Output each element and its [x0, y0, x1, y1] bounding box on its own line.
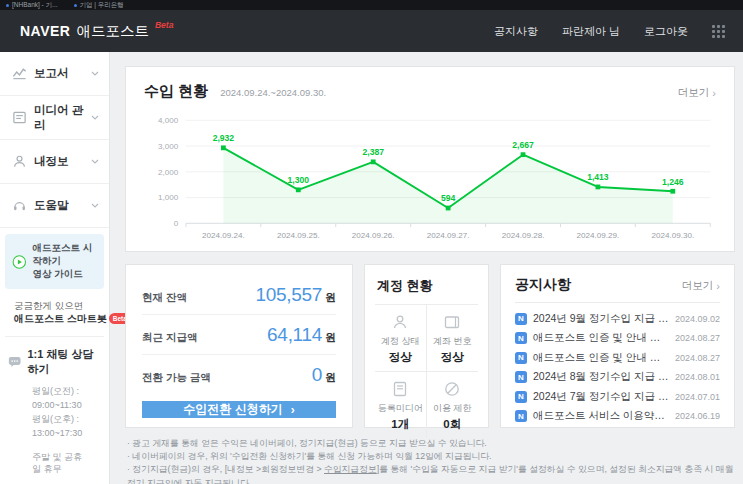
- svg-text:1,300: 1,300: [288, 175, 310, 185]
- summary-cards-row: 현재 잔액 105,557원 최근 지급액 64,114원 전환 가능 금액 0…: [125, 264, 735, 428]
- notice-n-badge-icon: N: [515, 332, 527, 344]
- notice-date: 2024.08.01: [675, 372, 720, 382]
- svg-text:4,000: 4,000: [158, 116, 179, 125]
- apps-grid-icon[interactable]: [712, 25, 725, 38]
- sidebar-item-media[interactable]: 미디어 관리: [0, 96, 109, 140]
- notice-date: 2024.08.27: [675, 353, 720, 363]
- notice-title: 애드포스트 인증 및 안내 문자 수신 정상화 …: [533, 331, 669, 345]
- balance-label: 현재 잔액: [142, 291, 187, 305]
- my-info-icon: [12, 154, 27, 169]
- notice-row[interactable]: N 2024년 9월 정기수입 지급 일정 안내 2024.09.02: [515, 309, 720, 329]
- adpost-logo[interactable]: NAVER 애드포스트 Beta: [20, 22, 173, 40]
- svg-text:2,387: 2,387: [362, 147, 384, 157]
- header-notice-link[interactable]: 공지사항: [494, 24, 538, 39]
- play-icon: [12, 252, 27, 272]
- person-icon: [391, 313, 409, 331]
- account-cell-value: 정상: [441, 350, 464, 365]
- chat-hours: 평일(오전) : 09:00~11:30 평일(오후) : 13:00~17:3…: [8, 377, 101, 441]
- account-status-card: 계정 현황 계정 상태 정상 계좌 번호 정상: [364, 264, 489, 428]
- logout-link[interactable]: 로그아웃: [644, 24, 688, 39]
- sidebar-item-help[interactable]: 도움말: [0, 184, 109, 228]
- svg-text:2,932: 2,932: [213, 133, 235, 143]
- tab-label: 기업 | 우리은행: [80, 1, 124, 10]
- chevron-down-icon: [91, 115, 99, 120]
- chat-bubble-icon: [8, 355, 21, 369]
- footnotes: · 광고 게재를 통해 얻은 수익은 네이버페이, 정기지급(현금) 등으로 지…: [125, 437, 735, 484]
- sidebar-widgets: 애드포스트 시작하기 영상 가이드 궁금한게 있으면 애드포스트 스마트봇Bet…: [0, 228, 109, 484]
- chat-consult-link[interactable]: 1:1 채팅 상담하기: [8, 347, 101, 377]
- sidebar-item-myinfo[interactable]: 내정보: [0, 140, 109, 184]
- chevron-down-icon: [91, 159, 99, 164]
- income-line-chart: 01,0002,0003,0004,0002,9322024.09.24.1,3…: [144, 107, 716, 255]
- svg-text:1,000: 1,000: [158, 193, 179, 202]
- svg-text:2024.09.25.: 2024.09.25.: [277, 231, 320, 240]
- bankbook-icon: [443, 313, 461, 331]
- svg-text:594: 594: [441, 193, 456, 203]
- balance-value-group: 105,557원: [255, 284, 336, 306]
- app-name: 애드포스트: [76, 22, 149, 40]
- notice-n-badge-icon: N: [515, 313, 527, 325]
- notices-title: 공지사항: [515, 276, 571, 294]
- browser-tab[interactable]: [NHBank] - 기...: [6, 1, 58, 10]
- svg-text:2,000: 2,000: [158, 168, 179, 177]
- video-guide-text: 애드포스트 시작하기 영상 가이드: [33, 242, 97, 280]
- balance-unit: 원: [325, 371, 336, 383]
- ban-icon: [443, 380, 461, 398]
- chevron-down-icon: [91, 203, 99, 208]
- account-cell-value: 0회: [443, 417, 461, 432]
- notices-header: 공지사항 더보기›: [515, 276, 720, 303]
- browser-tab[interactable]: 기업 | 우리은행: [74, 1, 124, 10]
- notice-title: 애드포스트 서비스 이용약관 및 운영정책 개…: [533, 409, 669, 423]
- footnote-line: · 네이버페이의 경우, 위의 '수입전환 신청하기'를 통해 신청 가능하며 …: [127, 450, 735, 463]
- svg-text:1,413: 1,413: [587, 172, 609, 182]
- svg-text:2024.09.27.: 2024.09.27.: [427, 231, 470, 240]
- notice-row[interactable]: N 애드포스트 인증 및 안내 문자 수신 정상화 … 2024.08.27: [515, 329, 720, 349]
- header: NAVER 애드포스트 Beta 공지사항 파란제아 님 로그아웃: [0, 10, 743, 52]
- registered-media-icon: [391, 380, 409, 398]
- account-cell-value: 1개: [391, 417, 409, 432]
- balance-value: 64,114: [267, 324, 322, 345]
- account-cell-restriction: 이용 제한 0회: [427, 372, 479, 438]
- sidebar-item-label: 도움말: [34, 198, 84, 213]
- balance-row-recent: 최근 지급액 64,114원: [142, 315, 336, 355]
- notice-title: 2024년 7월 정기수입 지급 일정 안내: [533, 390, 669, 404]
- account-cell-value: 정상: [389, 350, 412, 365]
- chevron-down-icon: [91, 71, 99, 76]
- chat-closed-note: 주말 및 공휴일 휴무: [8, 441, 88, 476]
- balance-label: 전환 가능 금액: [142, 371, 211, 385]
- notice-row[interactable]: N 2024년 7월 정기수입 지급 일정 안내 2024.07.01: [515, 387, 720, 407]
- svg-text:2,667: 2,667: [512, 140, 534, 150]
- smartbot-banner[interactable]: 궁금한게 있으면 애드포스트 스마트봇Beta: [5, 289, 104, 336]
- notice-n-badge-icon: N: [515, 352, 527, 364]
- notice-row[interactable]: N 애드포스트 서비스 이용약관 및 운영정책 개… 2024.06.19: [515, 407, 720, 427]
- notice-title: 2024년 9월 정기수입 지급 일정 안내: [533, 312, 669, 326]
- video-guide-banner[interactable]: 애드포스트 시작하기 영상 가이드: [5, 234, 104, 288]
- income-chart-svg: 01,0002,0003,0004,0002,9322024.09.24.1,3…: [144, 107, 716, 255]
- tab-dot-icon: [74, 4, 77, 7]
- income-payment-info-link[interactable]: 수입지급정보: [324, 464, 377, 474]
- income-more-link[interactable]: 더보기›: [678, 86, 716, 100]
- notice-list: N 2024년 9월 정기수입 지급 일정 안내 2024.09.02 N 애드…: [515, 309, 720, 426]
- notice-title: 2024년 8월 정기수입 지급 일정 안내: [533, 370, 669, 384]
- notice-row[interactable]: N 애드포스트 인증 및 안내 문자 수신 오류 안내 2024.08.27: [515, 348, 720, 368]
- browser-tab-strip: [NHBank] - 기... 기업 | 우리은행: [0, 0, 743, 10]
- balance-value-group: 0원: [312, 364, 336, 386]
- svg-text:2024.09.28.: 2024.09.28.: [502, 231, 545, 240]
- notice-date: 2024.06.19: [675, 411, 720, 421]
- svg-text:2024.09.24.: 2024.09.24.: [202, 231, 245, 240]
- notices-more-link[interactable]: 더보기›: [682, 279, 720, 293]
- balance-value: 0: [312, 364, 322, 385]
- account-cell-bank: 계좌 번호 정상: [427, 305, 479, 372]
- user-name[interactable]: 파란제아 님: [562, 24, 620, 39]
- convert-income-button[interactable]: 수입전환 신청하기›: [142, 401, 336, 418]
- chevron-right-icon: ›: [291, 403, 295, 417]
- notice-title: 애드포스트 인증 및 안내 문자 수신 오류 안내: [533, 351, 669, 365]
- content: 보고서 미디어 관리 내정보 도움말: [0, 52, 743, 484]
- footnote-line: · 정기지급(현금)의 경우, [내정보 >회원정보변경 > 수입지급정보]를 …: [127, 463, 735, 484]
- media-manage-icon: [12, 110, 27, 125]
- sidebar-item-report[interactable]: 보고서: [0, 52, 109, 96]
- balance-row-current: 현재 잔액 105,557원: [142, 275, 336, 315]
- notice-n-badge-icon: N: [515, 391, 527, 403]
- main: 수입 현황 2024.09.24.~2024.09.30. 더보기› 01,00…: [110, 52, 743, 484]
- notice-row[interactable]: N 2024년 8월 정기수입 지급 일정 안내 2024.08.01: [515, 368, 720, 388]
